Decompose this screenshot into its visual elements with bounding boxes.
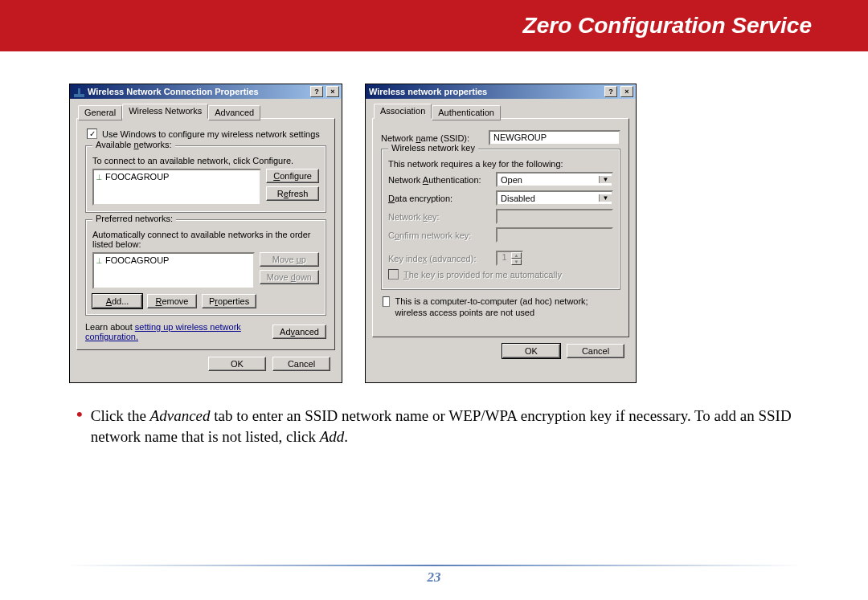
use-windows-label: Use Windows to configure my wireless net… xyxy=(102,129,320,139)
adhoc-label: This is a computer-to-computer (ad hoc) … xyxy=(395,296,620,319)
network-key-input xyxy=(496,209,613,224)
dialog-connection-properties: Wireless Network Connection Properties ?… xyxy=(69,84,342,383)
help-button[interactable]: ? xyxy=(310,86,323,97)
list-item[interactable]: ⟂ FOOCAGROUP xyxy=(96,172,257,182)
move-down-button[interactable]: Move down xyxy=(260,270,319,284)
network-name: FOOCAGROUP xyxy=(105,172,169,182)
preferred-networks-label: Preferred networks: xyxy=(92,214,176,223)
ssid-input[interactable]: NEWGROUP xyxy=(489,130,620,145)
list-item[interactable]: ⟂ FOOCAGROUP xyxy=(96,255,251,265)
available-networks-label: Available networks: xyxy=(92,140,175,149)
cancel-button[interactable]: Cancel xyxy=(567,344,624,358)
wireless-icon xyxy=(73,86,84,97)
auth-label: Network Authentication: xyxy=(388,175,489,185)
ssid-label: Network name (SSID): xyxy=(381,133,482,143)
help-button[interactable]: ? xyxy=(604,86,617,97)
cancel-button[interactable]: Cancel xyxy=(272,357,330,371)
remove-button[interactable]: Remove xyxy=(147,294,197,308)
learn-about-text: Learn about setting up wireless network … xyxy=(85,322,272,341)
footer-divider xyxy=(64,565,804,566)
wireless-key-group: Wireless network key xyxy=(388,143,478,153)
header-title: Zero Configuration Service xyxy=(523,13,812,39)
tab-authentication[interactable]: Authentication xyxy=(432,105,501,120)
chevron-down-icon: ▼ xyxy=(599,176,612,183)
network-name: FOOCAGROUP xyxy=(105,255,169,265)
spin-down-icon: ▼ xyxy=(511,259,522,265)
page-footer: 23 xyxy=(0,565,868,586)
close-button[interactable]: × xyxy=(620,86,633,97)
configure-button[interactable]: Configure xyxy=(266,169,319,183)
refresh-button[interactable]: Refresh xyxy=(266,186,319,201)
key-index-label: Key index (advanced): xyxy=(388,254,489,263)
encryption-label: Data encryption: xyxy=(388,194,489,203)
key-provided-checkbox xyxy=(388,269,399,280)
network-key-label: Network key: xyxy=(388,212,489,222)
add-button[interactable]: Add... xyxy=(92,294,142,308)
dialog-title: Wireless Network Connection Properties xyxy=(88,87,307,96)
available-listbox[interactable]: ⟂ FOOCAGROUP xyxy=(92,169,261,206)
page-header: Zero Configuration Service xyxy=(0,0,868,51)
key-provided-label: The key is provided for me automatically xyxy=(403,270,562,280)
tab-general[interactable]: General xyxy=(78,105,122,120)
tab-wireless-networks[interactable]: Wireless Networks xyxy=(122,104,208,119)
instruction-text: • Click the Advanced tab to enter an SSI… xyxy=(0,391,868,447)
dialog-title: Wireless network properties xyxy=(369,87,601,96)
spin-up-icon: ▲ xyxy=(511,252,522,259)
confirm-key-input xyxy=(496,227,613,243)
dialog-wireless-network-properties: Wireless network properties ? × Associat… xyxy=(365,84,637,383)
key-index-spinner: 1 ▲▼ xyxy=(496,251,523,266)
tab-association[interactable]: Association xyxy=(374,104,432,119)
titlebar: Wireless Network Connection Properties ?… xyxy=(70,84,342,99)
properties-button[interactable]: Properties xyxy=(202,294,256,308)
auth-select[interactable]: Open ▼ xyxy=(496,172,613,187)
bullet-icon: • xyxy=(76,406,83,447)
antenna-icon: ⟂ xyxy=(96,172,102,182)
antenna-icon: ⟂ xyxy=(96,255,102,265)
tab-row: General Wireless Networks Advanced xyxy=(78,104,335,119)
key-hint: This network requires a key for the foll… xyxy=(388,159,613,169)
advanced-button[interactable]: Advanced xyxy=(272,324,326,339)
tab-advanced[interactable]: Advanced xyxy=(208,105,260,120)
preferred-hint: Automatically connect to available netwo… xyxy=(92,230,319,249)
svg-rect-1 xyxy=(78,88,80,95)
move-up-button[interactable]: Move up xyxy=(260,252,319,267)
use-windows-checkbox[interactable]: ✓ xyxy=(87,129,97,139)
page-number: 23 xyxy=(0,569,868,586)
titlebar: Wireless network properties ? × xyxy=(366,84,636,99)
available-hint: To connect to an available network, clic… xyxy=(92,156,319,165)
confirm-key-label: Confirm network key: xyxy=(388,231,489,240)
close-button[interactable]: × xyxy=(326,86,339,97)
ok-button[interactable]: OK xyxy=(208,357,266,371)
ok-button[interactable]: OK xyxy=(502,344,560,358)
chevron-down-icon: ▼ xyxy=(599,194,612,202)
encryption-select[interactable]: Disabled ▼ xyxy=(496,190,613,206)
preferred-listbox[interactable]: ⟂ FOOCAGROUP xyxy=(92,252,255,289)
adhoc-checkbox[interactable] xyxy=(383,296,390,307)
